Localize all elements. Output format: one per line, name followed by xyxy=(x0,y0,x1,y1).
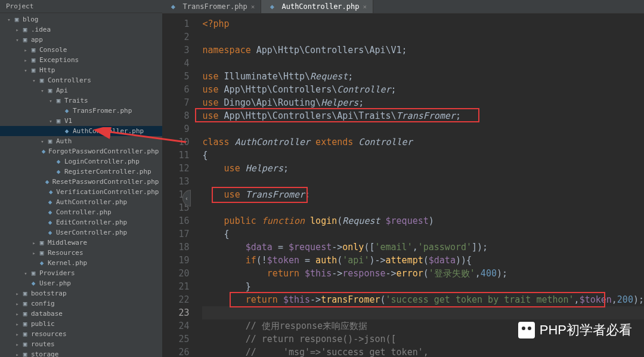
code-line[interactable]: $data = $request->only(['email','passwor… xyxy=(202,241,644,254)
php-file-icon: ◆ xyxy=(44,178,51,186)
tree-item-label: EditController.php xyxy=(56,218,159,226)
tree-item[interactable]: ▾▣Auth xyxy=(0,136,162,146)
tab-label: TransFromer.php xyxy=(182,2,247,11)
tree-item[interactable]: ▸▣storage xyxy=(0,349,162,357)
tree-arrow-icon: ▸ xyxy=(31,240,37,246)
tree-item[interactable]: ▸▣routes xyxy=(0,339,162,349)
tree-item[interactable]: ▸▣public xyxy=(0,319,162,329)
folder-icon: ▣ xyxy=(12,16,21,23)
code-line[interactable]: if(!$token = auth('api')->attempt($data)… xyxy=(202,254,644,267)
code-line[interactable]: // 'msg'=>'success get token', xyxy=(202,346,644,357)
code-line[interactable] xyxy=(202,175,644,188)
tree-item[interactable]: ▾▣Api xyxy=(0,85,162,96)
tree-item[interactable]: ▸▣Console xyxy=(0,45,162,55)
tree-item-label: Controllers xyxy=(48,76,159,84)
tree-item[interactable]: ▸▣.idea xyxy=(0,24,162,35)
tree-item[interactable]: ◆VerificationController.php xyxy=(0,187,162,197)
code-line[interactable] xyxy=(202,306,644,319)
code-line[interactable]: } xyxy=(202,280,644,293)
tree-item[interactable]: ▾▣Http xyxy=(0,65,162,75)
tree-item[interactable]: ▸▣resources xyxy=(0,329,162,339)
tree-arrow-icon: ▾ xyxy=(39,139,45,144)
code-line[interactable]: class AuthController extends Controller xyxy=(202,136,644,149)
tree-item[interactable]: ◆EditController.php xyxy=(0,217,162,227)
tree-item[interactable]: ◆Controller.php xyxy=(0,207,162,217)
editor-area: ◆TransFromer.php×◆AuthController.php× 12… xyxy=(162,0,644,357)
tree-item[interactable]: ◆Kernel.php xyxy=(0,258,162,268)
code-line[interactable]: { xyxy=(202,149,644,162)
tree-item[interactable]: ◆TransFromer.php xyxy=(0,106,162,116)
code-line[interactable]: { xyxy=(202,227,644,241)
tree-item-label: storage xyxy=(31,350,159,357)
tree-arrow-icon: ▾ xyxy=(23,67,29,73)
tree-item[interactable]: ◆AuthController.php xyxy=(0,126,162,136)
tree-item[interactable]: ◆ForgotPasswordController.php xyxy=(0,146,162,156)
tree-item-label: config xyxy=(31,300,159,307)
tree-item[interactable]: ◆User.php xyxy=(0,278,162,288)
code-line[interactable]: use TransFromer; xyxy=(202,188,644,201)
code-line[interactable]: return $this->transFromer('success get t… xyxy=(202,293,644,306)
code-line[interactable]: use Helpers; xyxy=(202,162,644,175)
tree-item[interactable]: ▸▣config xyxy=(0,298,162,309)
tree-item[interactable]: ▸▣Middleware xyxy=(0,238,162,248)
folder-icon: ▣ xyxy=(37,76,47,84)
code-line[interactable]: // return response()->json([ xyxy=(202,333,644,346)
close-icon[interactable]: × xyxy=(363,3,367,11)
close-icon[interactable]: × xyxy=(251,3,255,11)
tree-item[interactable]: ▸▣bootstrap xyxy=(0,288,162,298)
tree-item-label: Resources xyxy=(48,249,159,257)
tree-item[interactable]: ◆UserController.php xyxy=(0,227,162,238)
php-file-icon: ◆ xyxy=(45,198,55,206)
tree-item-label: LoginController.php xyxy=(64,158,159,165)
folder-icon: ▣ xyxy=(20,310,30,318)
tree-item-label: Auth xyxy=(56,137,159,145)
tab-label: AuthController.php xyxy=(281,2,359,11)
tree-item[interactable]: ◆RegisterController.php xyxy=(0,167,162,177)
tree-arrow-icon: ▸ xyxy=(14,291,20,297)
folder-icon: ▣ xyxy=(37,239,47,247)
code-line[interactable] xyxy=(202,30,644,44)
editor-tab[interactable]: ◆TransFromer.php× xyxy=(162,0,261,13)
tree-item[interactable]: ▾▣Providers xyxy=(0,268,162,278)
code-line[interactable]: <?php xyxy=(202,17,644,30)
tree-arrow-icon: ▸ xyxy=(14,301,20,307)
tree-item[interactable]: ▾▣V1 xyxy=(0,116,162,126)
code-area[interactable]: <?phpnamespace App\Http\Controllers\Api\… xyxy=(195,14,644,357)
code-line[interactable]: use App\Http\Controllers\Api\Traits\Tran… xyxy=(202,109,644,122)
project-panel-title: Project xyxy=(0,0,162,13)
tree-item-label: UserController.php xyxy=(56,229,159,236)
tree-item[interactable]: ▾▣Traits xyxy=(0,96,162,106)
tree-item[interactable]: ▾▣blog xyxy=(0,14,162,24)
code-line[interactable]: namespace App\Http\Controllers\Api\V1; xyxy=(202,44,644,57)
tree-item-label: bootstrap xyxy=(31,290,159,297)
tree-item[interactable]: ▾▣Controllers xyxy=(0,75,162,85)
tree-item[interactable]: ◆AuthController.php xyxy=(0,197,162,207)
code-line[interactable]: return $this->response->error('登录失败',400… xyxy=(202,267,644,280)
tree-item-label: AuthController.php xyxy=(56,198,159,206)
tree-arrow-icon: ▸ xyxy=(14,321,20,327)
tree-item[interactable]: ▸▣Exceptions xyxy=(0,55,162,65)
tree-item[interactable]: ◆ResetPasswordController.php xyxy=(0,177,162,187)
tree-item-label: Controller.php xyxy=(56,208,159,216)
code-line[interactable]: // 使用response来响应数据 xyxy=(202,319,644,333)
tree-item[interactable]: ◆LoginController.php xyxy=(0,156,162,167)
tree-item-label: Traits xyxy=(64,97,159,104)
code-line[interactable]: use Dingo\Api\Routing\Helpers; xyxy=(202,96,644,109)
tree-item-label: Api xyxy=(56,87,159,94)
tree-item[interactable]: ▸▣Resources xyxy=(0,248,162,258)
code-line[interactable]: use App\Http\Controllers\Controller; xyxy=(202,83,644,96)
tree-arrow-icon: ▾ xyxy=(39,88,45,94)
code-line[interactable]: use Illuminate\Http\Request; xyxy=(202,70,644,83)
code-line[interactable] xyxy=(202,122,644,136)
code-line[interactable]: public function login(Request $request) xyxy=(202,214,644,227)
tree-item[interactable]: ▾▣app xyxy=(0,35,162,45)
folder-icon: ▣ xyxy=(20,350,30,357)
tree-arrow-icon: ▾ xyxy=(6,17,12,23)
tree-item[interactable]: ▸▣database xyxy=(0,309,162,319)
code-line[interactable] xyxy=(202,57,644,70)
folder-icon: ▣ xyxy=(29,56,38,64)
php-file-icon: ◆ xyxy=(29,279,38,287)
editor-tab[interactable]: ◆AuthController.php× xyxy=(261,0,373,13)
code-line[interactable] xyxy=(202,201,644,214)
tree-item-label: Http xyxy=(39,66,159,74)
